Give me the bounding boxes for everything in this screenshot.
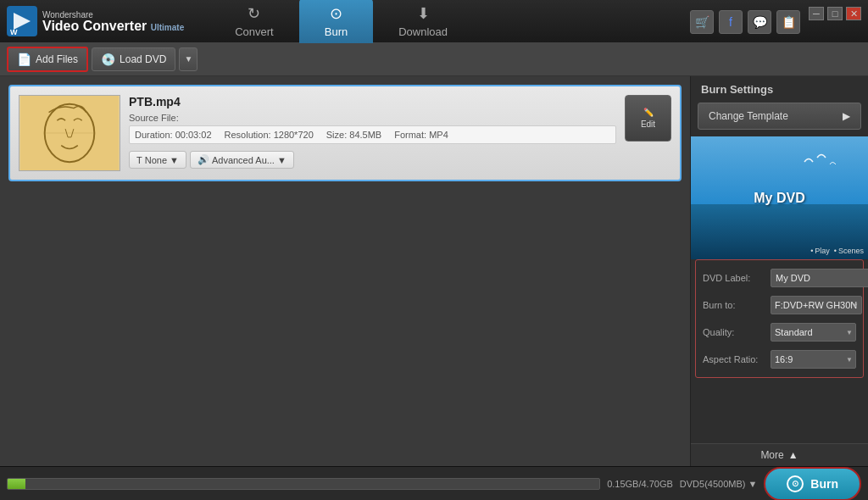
burn-to-value: F:DVD+RW GH30N [771,296,862,314]
preview-play-label: Play [815,247,830,255]
load-dvd-button[interactable]: 💿 Load DVD [92,47,175,71]
more-collapse-icon: ▲ [788,449,798,461]
close-button[interactable]: ✕ [846,7,861,20]
burn-disc-icon: ⊙ [787,475,804,492]
tab-burn[interactable]: ⊙ Burn [299,0,373,43]
dvd-preview: My DVD • Play • Scenes [691,136,868,259]
change-template-button[interactable]: Change Template ▶ [698,103,861,130]
file-info: PTB.mp4 Source File: Duration: 00:03:02 … [129,95,616,169]
preview-scenes-label: Scenes [838,247,864,255]
tab-download-label: Download [398,25,448,38]
subtitle-button[interactable]: T None ▼ [129,151,186,169]
burn-icon: ⊙ [330,4,342,23]
burn-to-label: Burn to: [703,300,766,310]
format-meta: Format: MP4 [394,130,448,140]
convert-icon: ↻ [248,4,260,23]
size-value: 84.5MB [349,130,381,140]
dvd-preview-label: My DVD [754,191,804,206]
quality-row: Quality: Standard High Low [703,323,856,342]
logo: W Wondershare Video Converter Ultimate [7,6,184,36]
change-template-label: Change Template [709,110,788,122]
dvd-label-value: ✕ [771,269,868,287]
thumbnail-image [19,96,120,170]
audio-icon: 🔊 [198,154,209,165]
source-label: Source File: [129,113,616,123]
quality-value: Standard High Low [771,323,856,342]
resolution-meta: Resolution: 1280*720 [225,130,314,140]
clipboard-icon[interactable]: 📋 [776,10,800,34]
load-dvd-dropdown[interactable]: ▼ [179,47,198,71]
title-bar: W Wondershare Video Converter Ultimate ↻… [0,0,868,42]
aspect-ratio-row: Aspect Ratio: 16:9 4:3 [703,350,856,369]
add-files-icon: 📄 [17,53,31,66]
svg-text:W: W [10,28,18,36]
subtitle-dropdown-icon: ▼ [170,155,179,165]
add-files-button[interactable]: 📄 Add Files [7,47,88,72]
burn-to-select[interactable]: F:DVD+RW GH30N [771,296,862,314]
preview-scenes-control[interactable]: • Scenes [834,247,864,255]
burn-label: Burn [810,477,838,491]
window-controls: ─ □ ✕ [809,7,861,20]
main-content: PTB.mp4 Source File: Duration: 00:03:02 … [0,76,868,466]
burn-to-row: Burn to: F:DVD+RW GH30N [703,296,856,314]
logo-text: Wondershare Video Converter Ultimate [42,10,184,33]
preview-scenes-dot: • [834,247,837,255]
dvd-preview-birds [800,149,851,179]
settings-fields: DVD Label: ✕ Burn to: F:DVD+RW GH30N Qua… [695,259,864,378]
tab-download[interactable]: ⬇ Download [373,0,473,43]
progress-container [7,478,600,490]
dvd-label-input[interactable] [771,269,868,287]
dvd-label-row: DVD Label: ✕ [703,269,856,287]
cart-icon[interactable]: 🛒 [690,10,714,34]
audio-label: Advanced Au... [212,155,275,165]
tab-convert-label: Convert [235,25,274,38]
toolbar-icons: 🛒 f 💬 📋 [690,10,800,34]
file-meta: Duration: 00:03:02 Resolution: 1280*720 … [129,125,616,144]
wondershare-logo-icon: W [7,6,37,36]
burn-button[interactable]: ⊙ Burn [764,467,861,501]
audio-button[interactable]: 🔊 Advanced Au... ▼ [190,151,294,169]
dvd-label-label: DVD Label: [703,273,766,283]
edit-button[interactable]: ✏️ Edit [625,95,671,142]
download-icon: ⬇ [417,4,430,23]
minimize-button[interactable]: ─ [809,7,824,20]
resolution-value: 1280*720 [274,130,314,140]
tab-convert[interactable]: ↻ Convert [209,0,299,43]
audio-dropdown-icon: ▼ [277,155,287,165]
chat-icon[interactable]: 💬 [748,10,771,34]
edit-label: Edit [641,119,655,129]
duration-label: Duration: [135,130,173,140]
tab-burn-label: Burn [325,25,348,38]
right-panel: Burn Settings Change Template ▶ My DVD • [690,76,868,466]
preview-play-dot: • [810,247,813,255]
dvd-preview-controls: • Play • Scenes [810,247,864,255]
more-section[interactable]: More ▲ [691,443,868,466]
logo-main: Video Converter Ultimate [42,19,184,33]
file-name: PTB.mp4 [129,95,616,108]
aspect-ratio-label: Aspect Ratio: [703,354,766,364]
file-item: PTB.mp4 Source File: Duration: 00:03:02 … [8,85,682,181]
duration-value: 00:03:02 [175,130,212,140]
duration-meta: Duration: 00:03:02 [135,130,212,140]
change-template-arrow-icon: ▶ [843,110,850,122]
more-label: More [760,449,783,461]
storage-info: 0.15GB/4.70GB [607,479,673,489]
file-thumbnail [19,95,120,171]
dvd-type-dropdown-icon: ▼ [748,479,757,489]
format-label: Format: [394,130,426,140]
subtitle-icon: T [136,155,142,165]
second-toolbar: 📄 Add Files 💿 Load DVD ▼ [0,42,868,76]
dvd-type[interactable]: DVD5(4500MB) ▼ [680,479,758,489]
quality-label: Quality: [703,327,766,337]
add-files-label: Add Files [36,53,78,65]
quality-select[interactable]: Standard High Low [771,323,856,342]
size-meta: Size: 84.5MB [326,130,381,140]
load-dvd-icon: 💿 [101,53,115,66]
edit-icon: ✏️ [643,108,654,117]
facebook-icon[interactable]: f [719,10,743,34]
load-dvd-label: Load DVD [120,53,166,65]
burn-settings-title: Burn Settings [691,76,868,103]
maximize-button[interactable]: □ [827,7,843,20]
preview-play-control[interactable]: • Play [810,247,830,255]
aspect-ratio-select[interactable]: 16:9 4:3 [771,350,856,369]
